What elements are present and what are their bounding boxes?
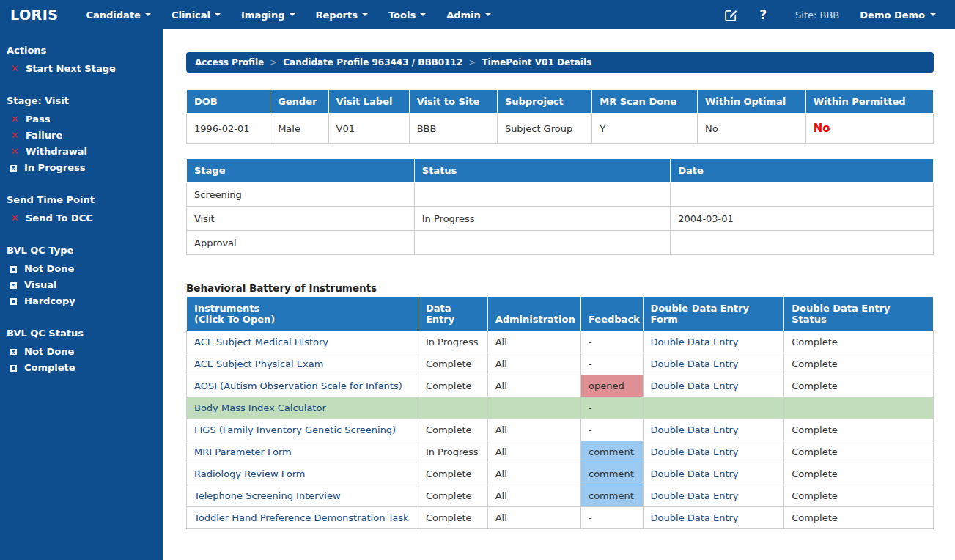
cell-dob: 1996-02-01 bbox=[187, 114, 270, 144]
cell-data-entry: Complete bbox=[418, 419, 487, 441]
visit-info-body: 1996-02-01MaleV01BBBSubject GroupYNoNo bbox=[187, 114, 934, 144]
breadcrumb-item-access-profile[interactable]: Access Profile bbox=[195, 57, 264, 67]
dde-form-link[interactable]: Double Data Entry bbox=[651, 336, 739, 347]
sidebar-item-pass[interactable]: ✕Pass bbox=[7, 111, 157, 128]
sidebar-item-not-done[interactable]: Not Done bbox=[7, 344, 157, 360]
dde-form-link[interactable]: Double Data Entry bbox=[651, 490, 739, 501]
nav-menu-tools[interactable]: Tools bbox=[378, 0, 436, 29]
cell-feedback[interactable]: opened bbox=[581, 375, 644, 397]
x-icon: ✕ bbox=[10, 130, 19, 141]
dde-form-link[interactable]: Double Data Entry bbox=[651, 380, 739, 391]
sidebar-item-send-to-dcc[interactable]: ✕Send To DCC bbox=[7, 210, 157, 226]
cell-dde-status: Complete bbox=[784, 353, 934, 375]
table-row-mri-parameter-form: MRI Parameter FormIn ProgressAllcommentD… bbox=[187, 441, 934, 463]
dde-form-link[interactable]: Double Data Entry bbox=[651, 358, 739, 369]
sidebar-item-label: Send To DCC bbox=[26, 213, 93, 224]
instruments-table-body: ACE Subject Medical HistoryIn ProgressAl… bbox=[187, 331, 934, 529]
cell-data-entry: Complete bbox=[418, 375, 487, 397]
nav-menu-imaging[interactable]: Imaging bbox=[231, 0, 305, 29]
cell-feedback[interactable]: comment bbox=[581, 441, 644, 463]
instrument-link[interactable]: Toddler Hand Preference Demonstration Ta… bbox=[194, 512, 409, 523]
user-menu[interactable]: Demo Demo bbox=[860, 10, 936, 21]
visit-info-header-row: DOBGenderVisit LabelVisit to SiteSubproj… bbox=[187, 90, 934, 114]
dde-form-link[interactable]: Double Data Entry bbox=[651, 468, 739, 479]
instruments-header-row: Instruments (Click To Open)Data EntryAdm… bbox=[187, 297, 934, 331]
cell-instrument: AOSI (Autism Observation Scale for Infan… bbox=[187, 375, 418, 397]
cell-within-optimal: No bbox=[697, 114, 805, 144]
cell-feedback[interactable]: comment bbox=[581, 485, 644, 507]
dde-form-link[interactable]: Double Data Entry bbox=[651, 446, 739, 457]
sidebar-item-not-done[interactable]: Not Done bbox=[7, 261, 157, 277]
feedback-edit-icon[interactable] bbox=[715, 7, 747, 23]
nav-menu-candidate[interactable]: Candidate bbox=[75, 0, 161, 29]
instrument-link[interactable]: Telephone Screening Interview bbox=[194, 490, 341, 501]
cell-dde-form bbox=[643, 397, 784, 419]
instrument-link[interactable]: ACE Subject Medical History bbox=[194, 336, 328, 347]
sidebar-item-withdrawal[interactable]: ✕Withdrawal bbox=[7, 144, 157, 160]
sidebar-item-start-next-stage[interactable]: ✕Start Next Stage bbox=[7, 61, 157, 77]
nav-menu-clinical[interactable]: Clinical bbox=[161, 0, 231, 29]
breadcrumb-item-timepoint-v01-details[interactable]: TimePoint V01 Details bbox=[482, 57, 591, 67]
column-header-visit-to-site: Visit to Site bbox=[409, 90, 497, 114]
checkbox-unchecked-icon bbox=[10, 365, 17, 372]
instrument-link[interactable]: AOSI (Autism Observation Scale for Infan… bbox=[194, 380, 402, 391]
column-header-visit-label: Visit Label bbox=[328, 90, 409, 114]
cell-visit-to-site: BBB bbox=[409, 114, 497, 144]
nav-menu-reports[interactable]: Reports bbox=[306, 0, 378, 29]
within-permitted-value: No bbox=[814, 122, 830, 135]
stage-row-screening: Screening bbox=[187, 183, 934, 207]
cell-value: Male bbox=[278, 123, 300, 134]
cell-dde-form: Double Data Entry bbox=[643, 441, 784, 463]
breadcrumb-separator: > bbox=[270, 57, 277, 67]
sidebar-item-label: Visual bbox=[24, 279, 57, 291]
cell-within-permitted: No bbox=[805, 114, 933, 144]
cell-administration: All bbox=[487, 419, 580, 441]
chevron-down-icon bbox=[930, 13, 936, 16]
sidebar-item-complete[interactable]: Complete bbox=[7, 360, 157, 376]
cell-instrument: Telephone Screening Interview bbox=[187, 485, 418, 507]
instrument-link[interactable]: ACE Subject Physical Exam bbox=[194, 358, 323, 369]
instrument-link[interactable]: Radiology Review Form bbox=[194, 468, 305, 479]
column-header-stage: Stage bbox=[187, 159, 415, 183]
cell-dde-status: Complete bbox=[784, 463, 934, 485]
cell-administration: All bbox=[487, 375, 580, 397]
cell-feedback[interactable]: comment bbox=[581, 463, 644, 485]
x-icon: ✕ bbox=[10, 63, 19, 75]
visit-info-row: 1996-02-01MaleV01BBBSubject GroupYNoNo bbox=[187, 114, 934, 144]
cell-dde-form: Double Data Entry bbox=[643, 419, 784, 441]
cell-dde-status: Complete bbox=[784, 441, 934, 463]
column-header-within-permitted: Within Permitted bbox=[805, 90, 933, 114]
cell-value: No bbox=[705, 123, 718, 134]
table-row-telephone-screening-interview: Telephone Screening InterviewCompleteAll… bbox=[187, 485, 934, 507]
dde-form-link[interactable]: Double Data Entry bbox=[651, 512, 739, 523]
sidebar-item-label: Withdrawal bbox=[26, 146, 87, 158]
table-row-body-mass-index-calculator: Body Mass Index Calculator- bbox=[187, 397, 934, 419]
cell-feedback: - bbox=[581, 353, 644, 375]
cell-instrument: Body Mass Index Calculator bbox=[187, 397, 418, 419]
cell-data-entry: In Progress bbox=[418, 331, 487, 353]
dde-form-link[interactable]: Double Data Entry bbox=[651, 424, 739, 435]
nav-menu-admin[interactable]: Admin bbox=[436, 0, 501, 29]
help-icon[interactable]: ? bbox=[747, 7, 779, 22]
instrument-link[interactable]: FIGS (Family Inventory Genetic Screening… bbox=[194, 424, 396, 435]
sidebar-item-label: Not Done bbox=[24, 263, 74, 275]
cell-dde-form: Double Data Entry bbox=[643, 485, 784, 507]
table-row-toddler-hand-preference-demonstration-task: Toddler Hand Preference Demonstration Ta… bbox=[187, 507, 934, 529]
sidebar-item-in-progress[interactable]: In Progress bbox=[7, 160, 157, 176]
cell-dde-status: Complete bbox=[784, 485, 934, 507]
loris-logo[interactable]: LORIS bbox=[0, 7, 75, 23]
cell-administration: All bbox=[487, 463, 580, 485]
instrument-link[interactable]: Body Mass Index Calculator bbox=[194, 402, 326, 413]
column-header-data-entry: Data Entry bbox=[418, 297, 487, 331]
sidebar-item-visual[interactable]: Visual bbox=[7, 277, 157, 293]
sidebar: Actions✕Start Next StageStage: Visit✕Pas… bbox=[0, 29, 163, 560]
instrument-link[interactable]: MRI Parameter Form bbox=[194, 446, 292, 457]
sidebar-item-hardcopy[interactable]: Hardcopy bbox=[7, 293, 157, 309]
cell-feedback: - bbox=[581, 507, 644, 529]
breadcrumb-item-candidate-profile-963443-bbb0112[interactable]: Candidate Profile 963443 / BBB0112 bbox=[283, 57, 462, 67]
cell-stage: Screening bbox=[187, 183, 415, 207]
table-row-ace-subject-physical-exam: ACE Subject Physical ExamCompleteAll-Dou… bbox=[187, 353, 934, 375]
stage-header-row: StageStatusDate bbox=[187, 159, 934, 183]
sidebar-item-failure[interactable]: ✕Failure bbox=[7, 128, 157, 144]
cell-administration: All bbox=[487, 353, 580, 375]
